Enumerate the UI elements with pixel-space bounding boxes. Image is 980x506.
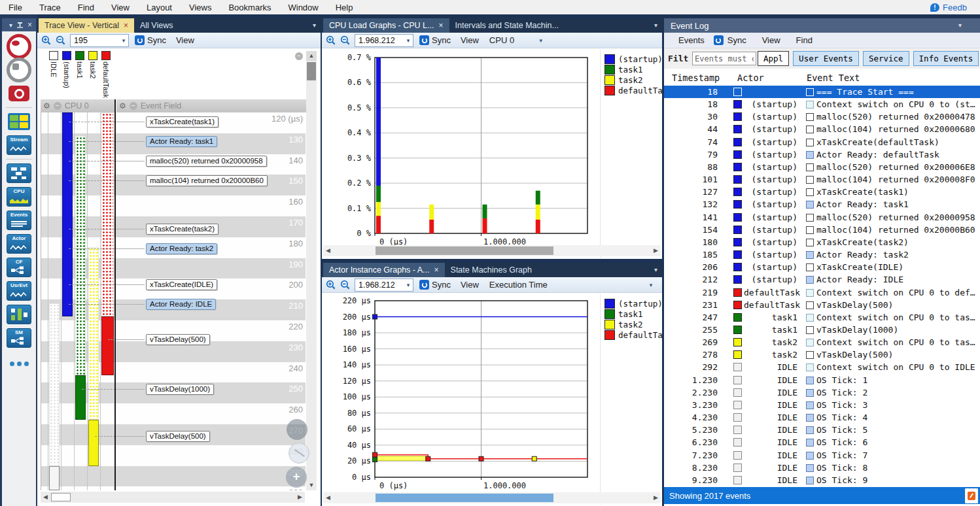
- zoom-level-combo[interactable]: 1.968.212 ▾: [355, 34, 413, 47]
- event-log-row[interactable]: 101(startup)malloc(104) returned 0x20000…: [664, 173, 980, 186]
- scroll-left-icon[interactable]: ◀: [41, 492, 50, 503]
- column-header-event-field[interactable]: ⚙ Event Field: [116, 99, 307, 112]
- trace-bar-defaulttask-ready[interactable]: [101, 112, 114, 316]
- trace-timeline[interactable]: 120 (µs)13014015016017018019020021022023…: [41, 112, 306, 490]
- selector-caret-icon[interactable]: ▾: [536, 37, 546, 44]
- lane-header-idle[interactable]: IDLE: [49, 51, 58, 99]
- user-event-icon[interactable]: UsrEvt: [5, 280, 33, 302]
- trace-bar-defaulttask[interactable]: [101, 316, 114, 375]
- column-header-event-text[interactable]: Event Text: [807, 73, 860, 83]
- event-log-row[interactable]: 88(startup)malloc(520) returned 0x200006…: [664, 161, 980, 173]
- notification-icon[interactable]: [965, 488, 978, 503]
- cpu-horizontal-scrollbar[interactable]: ◀ ▶: [323, 245, 661, 256]
- filter-button-info-events[interactable]: Info Events: [913, 51, 979, 66]
- filter-button-user-events[interactable]: User Events: [793, 51, 859, 66]
- event-log-row[interactable]: 219defaultTaskContext switch on CPU 0 to…: [664, 286, 980, 299]
- trace-event-label[interactable]: xTaskCreate(IDLE): [146, 279, 217, 290]
- sync-button[interactable]: Sync: [417, 35, 453, 45]
- graph-type-selector[interactable]: Execution Time ▾: [487, 280, 658, 290]
- event-log-row[interactable]: 269task2Context switch on CPU 0 to tas…: [664, 336, 980, 348]
- event-log-row[interactable]: 18=== Trace Start ===: [664, 86, 980, 98]
- scroll-right-icon[interactable]: ▶: [651, 492, 661, 503]
- tab-close-icon[interactable]: ×: [438, 21, 443, 30]
- toolbox-caret-icon[interactable]: ▾: [9, 22, 12, 29]
- more-views-icon[interactable]: [5, 350, 33, 373]
- trace-event-label[interactable]: xTaskCreate(task2): [146, 224, 219, 235]
- event-log-row[interactable]: 231defaultTaskvTaskDelay(500): [664, 299, 980, 311]
- column-header-actor[interactable]: Actor: [737, 73, 764, 83]
- zoom-out-button[interactable]: [56, 35, 66, 46]
- zoom-level-combo[interactable]: 1.968.212 ▾: [355, 278, 413, 292]
- trace-bar-task2-ready[interactable]: [88, 247, 99, 420]
- trace-canvas[interactable]: IDLE(startup)task1task2defaultTask ⚙ CPU…: [37, 48, 321, 506]
- event-log-row[interactable]: 185(startup)Actor Ready: task2: [664, 248, 980, 261]
- zoom-out-button[interactable]: [340, 280, 351, 290]
- trace-event-label[interactable]: malloc(520) returned 0x20000958: [146, 156, 267, 167]
- lane-header-startup[interactable]: (startup): [62, 51, 71, 99]
- trace-bar-task1-ready[interactable]: [75, 136, 86, 375]
- menu-bookmarks[interactable]: Bookmarks: [220, 3, 279, 12]
- collapse-icon[interactable]: [130, 102, 137, 110]
- scroll-down-icon[interactable]: ▼: [306, 481, 317, 490]
- view-menu[interactable]: View: [172, 35, 198, 45]
- tab-close-icon[interactable]: ×: [434, 265, 439, 275]
- horizontal-trace-icon[interactable]: [5, 162, 33, 184]
- actor-graph-icon[interactable]: Actor: [5, 233, 33, 255]
- zoom-out-button[interactable]: [340, 35, 351, 46]
- event-log-row[interactable]: 206(startup)xTaskCreate(IDLE): [664, 261, 980, 273]
- event-log-row[interactable]: 4.230IDLEOS Tick: 4: [664, 411, 980, 424]
- sync-button[interactable]: Sync: [133, 35, 168, 45]
- menu-layout[interactable]: Layout: [138, 3, 181, 12]
- panel-menu-caret-icon[interactable]: ▾: [958, 22, 962, 29]
- menu-help[interactable]: Help: [327, 3, 362, 12]
- trace-bar-startup[interactable]: [62, 112, 73, 316]
- horizontal-scrollbar[interactable]: ◀ ▶: [41, 492, 305, 503]
- event-log-row[interactable]: 141(startup)malloc(520) returned 0x20000…: [664, 211, 980, 224]
- sync-button[interactable]: Sync: [417, 280, 453, 290]
- zoom-in-button[interactable]: [41, 35, 52, 46]
- trace-bar-idle-ready[interactable]: [49, 303, 60, 466]
- menu-trace[interactable]: Trace: [31, 3, 69, 12]
- tab-all-views[interactable]: All Views: [134, 18, 179, 33]
- tab-list-caret-icon[interactable]: ▾: [654, 22, 657, 29]
- lane-header-defaulttask[interactable]: defaultTask: [101, 51, 111, 99]
- lane-header-task1[interactable]: task1: [75, 51, 84, 99]
- event-log-row[interactable]: 3.230IDLEOS Tick: 3: [664, 399, 980, 411]
- tab-state-machines-graph[interactable]: State Machines Graph: [445, 263, 538, 277]
- event-log-row[interactable]: 132(startup)Actor Ready: task1: [664, 198, 980, 211]
- event-log-icon[interactable]: Events: [5, 209, 33, 231]
- event-log-row[interactable]: 278task2vTaskDelay(500): [664, 348, 980, 361]
- event-log-row[interactable]: 127(startup)xTaskCreate(task1): [664, 186, 980, 198]
- lane-header-task2[interactable]: task2: [88, 51, 97, 99]
- intervals-icon[interactable]: [5, 303, 33, 326]
- scrollbar-thumb[interactable]: [51, 493, 71, 501]
- menu-views[interactable]: Views: [181, 3, 220, 12]
- event-log-row[interactable]: 44(startup)malloc(104) returned 0x200006…: [664, 123, 980, 135]
- record-icon[interactable]: [5, 35, 33, 58]
- tab-intervals-and-state-machin[interactable]: Intervals and State Machin...: [449, 18, 565, 33]
- trace-event-label[interactable]: Actor Ready: task2: [146, 243, 217, 254]
- event-log-row[interactable]: 9.230IDLEOS Tick: 9: [664, 474, 980, 486]
- tab-list-caret-icon[interactable]: ▾: [313, 22, 316, 29]
- menu-view[interactable]: View: [103, 3, 138, 12]
- event-log-row[interactable]: 255task1vTaskDelay(1000): [664, 324, 980, 336]
- tab-actor-instance-graphs-a[interactable]: Actor Instance Graphs - A...×: [323, 263, 445, 277]
- event-log-row[interactable]: 18(startup)Context switch on CPU 0 to (s…: [664, 98, 980, 110]
- gear-icon[interactable]: ⚙: [119, 102, 126, 110]
- filter-button-appl[interactable]: Appl: [758, 51, 789, 66]
- feedback-button[interactable]: Feedb: [930, 0, 980, 14]
- event-log-row[interactable]: 8.230IDLEOS Tick: 8: [664, 462, 980, 474]
- zoom-in-button[interactable]: [326, 35, 336, 46]
- trace-event-label[interactable]: xTaskCreate(task1): [146, 116, 219, 127]
- stop-icon[interactable]: [5, 59, 33, 81]
- event-log-row[interactable]: 2.230IDLEOS Tick: 2: [664, 386, 980, 399]
- event-log-row[interactable]: 154(startup)malloc(104) returned 0x20000…: [664, 224, 980, 236]
- tab-list-caret-icon[interactable]: ▾: [654, 266, 657, 273]
- trace-bar-task2[interactable]: [88, 420, 99, 466]
- event-log-row[interactable]: 6.230IDLEOS Tick: 6: [664, 436, 980, 448]
- streaming-trace-icon[interactable]: Stream: [5, 134, 33, 156]
- find-menu[interactable]: Find: [790, 35, 819, 45]
- float-zoom-out-icon[interactable]: [289, 443, 309, 464]
- event-log-row[interactable]: 212(startup)Actor Ready: IDLE: [664, 273, 980, 286]
- selector-caret-icon[interactable]: ▾: [646, 282, 656, 288]
